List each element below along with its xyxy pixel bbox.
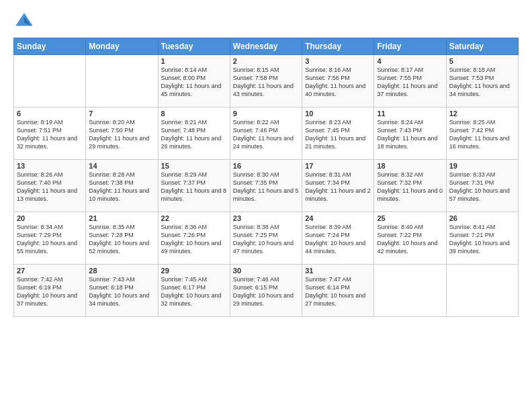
day-number: 1 (161, 57, 227, 65)
day-number: 9 (233, 109, 299, 118)
day-number: 8 (161, 109, 227, 118)
calendar-cell: 6Sunrise: 8:19 AMSunset: 7:51 PMDaylight… (14, 107, 86, 160)
day-number: 25 (377, 214, 443, 222)
calendar-cell (14, 55, 86, 107)
day-number: 30 (233, 267, 299, 275)
cell-info: Sunrise: 7:42 AMSunset: 6:19 PMDaylight:… (17, 275, 83, 308)
calendar-cell: 15Sunrise: 8:29 AMSunset: 7:37 PMDayligh… (158, 160, 230, 212)
cell-info: Sunrise: 7:47 AMSunset: 6:14 PMDaylight:… (305, 275, 371, 308)
calendar-cell: 4Sunrise: 8:17 AMSunset: 7:55 PMDaylight… (374, 55, 446, 107)
cell-info: Sunrise: 8:19 AMSunset: 7:51 PMDaylight:… (17, 118, 83, 151)
day-number: 17 (305, 162, 371, 170)
calendar-cell: 23Sunrise: 8:38 AMSunset: 7:25 PMDayligh… (230, 212, 302, 265)
cell-info: Sunrise: 8:16 AMSunset: 7:56 PMDaylight:… (305, 66, 371, 99)
week-row-0: 1Sunrise: 8:14 AMSunset: 8:00 PMDaylight… (14, 55, 519, 107)
cell-info: Sunrise: 8:18 AMSunset: 7:53 PMDaylight:… (449, 66, 515, 99)
calendar-cell: 29Sunrise: 7:45 AMSunset: 6:17 PMDayligh… (158, 265, 230, 317)
cell-info: Sunrise: 7:46 AMSunset: 6:15 PMDaylight:… (233, 275, 299, 308)
calendar-cell: 12Sunrise: 8:25 AMSunset: 7:42 PMDayligh… (446, 107, 518, 160)
calendar-cell: 10Sunrise: 8:23 AMSunset: 7:45 PMDayligh… (302, 107, 374, 160)
cell-info: Sunrise: 8:30 AMSunset: 7:35 PMDaylight:… (233, 171, 299, 203)
day-number: 4 (377, 57, 443, 65)
day-number: 19 (449, 162, 515, 170)
header (13, 11, 519, 32)
cell-info: Sunrise: 8:24 AMSunset: 7:43 PMDaylight:… (377, 118, 443, 151)
calendar-cell: 17Sunrise: 8:31 AMSunset: 7:34 PMDayligh… (302, 160, 374, 212)
weekday-row: SundayMondayTuesdayWednesdayThursdayFrid… (14, 38, 519, 55)
day-number: 24 (305, 214, 371, 222)
logo-icon (13, 11, 35, 32)
calendar-cell: 24Sunrise: 8:39 AMSunset: 7:24 PMDayligh… (302, 212, 374, 265)
cell-info: Sunrise: 8:40 AMSunset: 7:22 PMDaylight:… (377, 223, 443, 256)
calendar-cell: 31Sunrise: 7:47 AMSunset: 6:14 PMDayligh… (302, 265, 374, 317)
cell-info: Sunrise: 8:15 AMSunset: 7:58 PMDaylight:… (233, 66, 299, 99)
day-number: 20 (17, 214, 83, 222)
calendar-cell: 14Sunrise: 8:28 AMSunset: 7:38 PMDayligh… (86, 160, 158, 212)
cell-info: Sunrise: 8:31 AMSunset: 7:34 PMDaylight:… (305, 171, 371, 203)
calendar-cell: 7Sunrise: 8:20 AMSunset: 7:50 PMDaylight… (86, 107, 158, 160)
cell-info: Sunrise: 8:21 AMSunset: 7:48 PMDaylight:… (161, 118, 227, 151)
calendar-cell: 3Sunrise: 8:16 AMSunset: 7:56 PMDaylight… (302, 55, 374, 107)
cell-info: Sunrise: 8:25 AMSunset: 7:42 PMDaylight:… (449, 118, 515, 151)
calendar-cell: 19Sunrise: 8:33 AMSunset: 7:31 PMDayligh… (446, 160, 518, 212)
calendar-cell (446, 265, 518, 317)
day-number: 15 (161, 162, 227, 170)
cell-info: Sunrise: 8:22 AMSunset: 7:46 PMDaylight:… (233, 118, 299, 151)
day-number: 11 (377, 109, 443, 118)
day-number: 26 (449, 214, 515, 222)
week-row-2: 13Sunrise: 8:26 AMSunset: 7:40 PMDayligh… (14, 160, 519, 212)
cell-info: Sunrise: 8:26 AMSunset: 7:40 PMDaylight:… (17, 171, 83, 203)
calendar-cell: 11Sunrise: 8:24 AMSunset: 7:43 PMDayligh… (374, 107, 446, 160)
calendar-cell (374, 265, 446, 317)
day-number: 3 (305, 57, 371, 65)
calendar-cell: 13Sunrise: 8:26 AMSunset: 7:40 PMDayligh… (14, 160, 86, 212)
cell-info: Sunrise: 8:20 AMSunset: 7:50 PMDaylight:… (89, 118, 154, 151)
day-number: 21 (89, 214, 154, 222)
day-number: 28 (89, 267, 154, 275)
cell-info: Sunrise: 8:34 AMSunset: 7:29 PMDaylight:… (17, 223, 83, 256)
calendar-cell: 27Sunrise: 7:42 AMSunset: 6:19 PMDayligh… (14, 265, 86, 317)
cell-info: Sunrise: 8:28 AMSunset: 7:38 PMDaylight:… (89, 171, 154, 203)
cell-info: Sunrise: 8:33 AMSunset: 7:31 PMDaylight:… (449, 171, 515, 203)
day-number: 22 (161, 214, 227, 222)
calendar-cell: 18Sunrise: 8:32 AMSunset: 7:32 PMDayligh… (374, 160, 446, 212)
day-number: 14 (89, 162, 154, 170)
calendar-cell: 25Sunrise: 8:40 AMSunset: 7:22 PMDayligh… (374, 212, 446, 265)
logo (13, 11, 38, 32)
week-row-1: 6Sunrise: 8:19 AMSunset: 7:51 PMDaylight… (14, 107, 519, 160)
page: SundayMondayTuesdayWednesdayThursdayFrid… (0, 0, 532, 411)
calendar-cell: 16Sunrise: 8:30 AMSunset: 7:35 PMDayligh… (230, 160, 302, 212)
weekday-header-saturday: Saturday (446, 38, 518, 55)
day-number: 16 (233, 162, 299, 170)
day-number: 7 (89, 109, 154, 118)
day-number: 27 (17, 267, 83, 275)
calendar-header: SundayMondayTuesdayWednesdayThursdayFrid… (14, 38, 519, 55)
calendar-cell (86, 55, 158, 107)
cell-info: Sunrise: 7:43 AMSunset: 6:18 PMDaylight:… (89, 275, 154, 308)
day-number: 31 (305, 267, 371, 275)
cell-info: Sunrise: 8:41 AMSunset: 7:21 PMDaylight:… (449, 223, 515, 256)
day-number: 10 (305, 109, 371, 118)
week-row-3: 20Sunrise: 8:34 AMSunset: 7:29 PMDayligh… (14, 212, 519, 265)
cell-info: Sunrise: 8:29 AMSunset: 7:37 PMDaylight:… (161, 171, 227, 203)
day-number: 6 (17, 109, 83, 118)
weekday-header-sunday: Sunday (14, 38, 86, 55)
calendar-cell: 9Sunrise: 8:22 AMSunset: 7:46 PMDaylight… (230, 107, 302, 160)
calendar-cell: 20Sunrise: 8:34 AMSunset: 7:29 PMDayligh… (14, 212, 86, 265)
weekday-header-monday: Monday (86, 38, 158, 55)
day-number: 13 (17, 162, 83, 170)
day-number: 18 (377, 162, 443, 170)
calendar-cell: 8Sunrise: 8:21 AMSunset: 7:48 PMDaylight… (158, 107, 230, 160)
day-number: 23 (233, 214, 299, 222)
calendar-cell: 2Sunrise: 8:15 AMSunset: 7:58 PMDaylight… (230, 55, 302, 107)
calendar-cell: 1Sunrise: 8:14 AMSunset: 8:00 PMDaylight… (158, 55, 230, 107)
cell-info: Sunrise: 8:35 AMSunset: 7:28 PMDaylight:… (89, 223, 154, 256)
cell-info: Sunrise: 8:32 AMSunset: 7:32 PMDaylight:… (377, 171, 443, 203)
calendar-body: 1Sunrise: 8:14 AMSunset: 8:00 PMDaylight… (14, 55, 519, 317)
day-number: 5 (449, 57, 515, 65)
weekday-header-thursday: Thursday (302, 38, 374, 55)
cell-info: Sunrise: 8:36 AMSunset: 7:26 PMDaylight:… (161, 223, 227, 256)
day-number: 2 (233, 57, 299, 65)
cell-info: Sunrise: 8:38 AMSunset: 7:25 PMDaylight:… (233, 223, 299, 256)
day-number: 12 (449, 109, 515, 118)
